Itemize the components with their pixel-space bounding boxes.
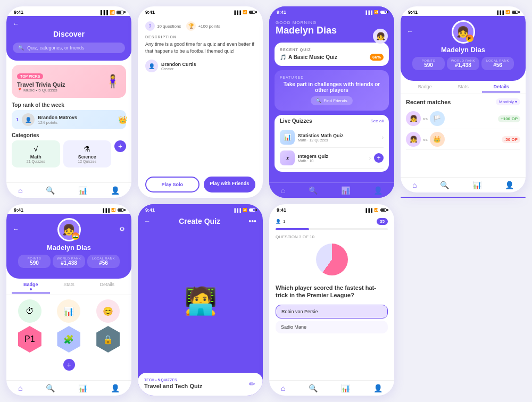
badges-local-value: #56: [89, 260, 118, 266]
status-icons-3: ▐▐▐ 📶: [364, 10, 387, 14]
science-icon: ⚗: [68, 145, 107, 153]
nav-search-icon[interactable]: 🔍: [46, 186, 55, 195]
match-result-2: -50 OP: [502, 136, 520, 143]
nav-home-icon-5[interactable]: ⌂: [18, 384, 22, 392]
nav-profile-icon-7[interactable]: 👤: [373, 384, 383, 392]
nav-search-icon-4[interactable]: 🔍: [440, 181, 449, 189]
find-friends-button[interactable]: 🔍 Find Friends: [311, 96, 352, 105]
nav-stats-icon-5[interactable]: 📊: [78, 384, 87, 392]
more-options-icon[interactable]: •••: [248, 217, 256, 225]
phone-morning: 9:41 ▐▐▐ 📶 GOOD MORNING Madelyn Dias 👧 R…: [269, 6, 394, 198]
profile-time: 9:41: [408, 10, 418, 15]
morning-avatar: 👧: [373, 29, 388, 44]
nav-search-icon-3[interactable]: 🔍: [309, 186, 318, 195]
profile-nav: ⌂ 🔍 📊 👤: [401, 177, 526, 192]
rank-pts: 124 points: [38, 120, 77, 125]
phone-column-4: 9:41 ▐▐▐ 📶 ← 👧 🏳 Madelyn Dias POINTS: [401, 6, 526, 198]
badges-profile-top: ← ⚙ 👧 🇮🇳 Madelyn Dias POINTS 590 WORLD R…: [6, 214, 131, 279]
points-icon: 🏆: [186, 21, 196, 31]
math-category-card[interactable]: √ Math 21 Quizzes: [12, 140, 60, 168]
nav-profile-icon[interactable]: 👤: [111, 186, 120, 195]
science-category-card[interactable]: ⚗ Science 12 Quizzes: [63, 140, 112, 168]
add-quiz-button[interactable]: +: [374, 153, 384, 163]
tab-details-5[interactable]: Details: [88, 282, 126, 294]
answer-option-2[interactable]: Sadio Mane: [276, 321, 388, 333]
tab-details[interactable]: Details: [482, 84, 520, 93]
local-rank-value: #56: [484, 62, 512, 68]
nav-home-icon-7[interactable]: ⌂: [281, 384, 285, 392]
answer-option-1[interactable]: Robin van Persie: [276, 305, 388, 319]
badges-profile-name: Madelyn Dias: [13, 244, 125, 252]
quiz-list-item-1[interactable]: 📊 Statistics Math Quiz Math · 12 Quizzes…: [280, 127, 384, 148]
back-arrow-icon-4[interactable]: ←: [407, 28, 413, 35]
nav-profile-icon-3[interactable]: 👤: [373, 186, 383, 195]
tab-stats-5[interactable]: Stats: [50, 282, 88, 294]
see-all-button[interactable]: See all: [371, 119, 384, 123]
top-picks-sub: 📍 Music • 5 Quizzes: [17, 88, 65, 93]
questions-meta: ? 10 questions: [145, 21, 181, 31]
badges-status-bar: 9:41 ▐▐▐ 📶: [6, 204, 131, 214]
nav-stats-icon-7[interactable]: 📊: [341, 384, 350, 392]
phone-create-quiz: 9:41 ▐▐▐ 📶 ← Create Quiz ••• 🧑‍💻 TECH • …: [138, 204, 263, 396]
quiz-status-bar: 9:41 ▐▐▐ 📶: [138, 6, 263, 16]
badges-profile-avatar: 👧 🇮🇳: [57, 218, 81, 241]
live-title: Live Quizzes: [280, 118, 312, 124]
status-icons: ▐▐▐ 📶: [99, 10, 124, 15]
categories-row: √ Math 21 Quizzes ⚗ Science 12 Quizzes +: [12, 140, 126, 168]
progress-bar-fill: [276, 228, 309, 230]
world-rank-stat: WORLD RANK #1,438: [447, 57, 479, 70]
badges-points-value: 590: [20, 260, 48, 266]
nav-search-icon-5[interactable]: 🔍: [46, 384, 55, 392]
quiz-sub-1: Math · 12 Quizzes: [298, 138, 344, 142]
status-icons-2: ▐▐▐ 📶: [233, 10, 255, 14]
settings-icon-5[interactable]: ⚙: [119, 225, 125, 233]
quiz-info-1: Statistics Math Quiz Math · 12 Quizzes: [298, 133, 344, 142]
rank-info: Brandon Matrovs 124 points: [38, 115, 77, 125]
description-text: Any time is a good time for a quiz and e…: [145, 41, 255, 54]
quiz-sub-2: Math · 10: [298, 159, 328, 163]
status-icons-6: ▐▐▐ 📶: [233, 208, 255, 212]
nav-profile-icon-5[interactable]: 👤: [111, 384, 120, 392]
user-count: 1: [283, 219, 285, 224]
tab-badge[interactable]: Badge: [406, 84, 444, 93]
nav-stats-icon[interactable]: 📊: [78, 186, 87, 195]
nav-home-icon[interactable]: ⌂: [18, 186, 22, 195]
nav-home-icon-3[interactable]: ⌂: [281, 186, 285, 195]
monthly-filter-button[interactable]: Monthly ▾: [496, 98, 520, 105]
top-picks-card[interactable]: TOP PICKS Travel Trivia Quiz 📍 Music • 5…: [12, 65, 126, 98]
search-bar[interactable]: 🔍 Quiz, categories, or friends: [13, 43, 125, 53]
good-morning-label: GOOD MORNING: [276, 20, 388, 25]
quiz-list-item-2[interactable]: 𝑥 Integers Quiz Math · 10 › +: [280, 148, 384, 169]
back-arrow-icon-5[interactable]: ←: [13, 225, 19, 233]
create-bottom-card: TECH • 5 QUIZZES Travel and Tech Quiz ✏: [138, 373, 263, 396]
user-counter: 👤 1: [276, 219, 285, 224]
back-arrow-icon-6[interactable]: ←: [144, 217, 151, 225]
badges-grid: ⏱ 📊 😊 P1 🧩 🔒: [6, 295, 131, 357]
play-friends-button[interactable]: Play with Friends: [204, 177, 256, 192]
quiz-info-2: Integers Quiz Math · 10: [298, 154, 328, 163]
featured-label: FEATURED: [280, 76, 384, 79]
nav-stats-icon-4[interactable]: 📊: [472, 181, 481, 189]
nav-search-icon-7[interactable]: 🔍: [309, 384, 318, 392]
edit-icon[interactable]: ✏: [249, 380, 255, 388]
play-solo-button[interactable]: Play Solo: [145, 177, 200, 192]
status-icons-4: ▐▐▐ 📶: [496, 10, 518, 14]
creator-avatar: 👤: [145, 60, 158, 72]
add-category-button[interactable]: +: [114, 140, 126, 152]
featured-text: Take part in challenges with friends or …: [280, 81, 384, 93]
nav-stats-icon-3[interactable]: 📊: [341, 186, 350, 195]
tab-stats[interactable]: Stats: [444, 84, 483, 93]
nav-home-icon-4[interactable]: ⌂: [412, 181, 417, 189]
badge-1: ⏱: [18, 299, 41, 323]
create-card-title: Travel and Tech Quiz: [144, 383, 256, 389]
add-badge-button[interactable]: +: [63, 359, 75, 371]
match-avatar-1a: 👧: [406, 111, 421, 126]
search-placeholder: Quiz, categories, or friends: [27, 45, 85, 51]
back-arrow-icon[interactable]: ←: [13, 20, 125, 28]
phone-discover: 9:41 ▐▐▐ 📶 ← Discover 🔍 Quiz, categories…: [6, 6, 131, 198]
nav-profile-icon-4[interactable]: 👤: [505, 181, 514, 189]
match-avatar-1b: 🏳️: [430, 111, 445, 126]
tab-badge-5[interactable]: Badge: [12, 282, 50, 294]
quiz-thumb-1: 📊: [280, 130, 295, 145]
points-label: +100 points: [198, 24, 220, 29]
